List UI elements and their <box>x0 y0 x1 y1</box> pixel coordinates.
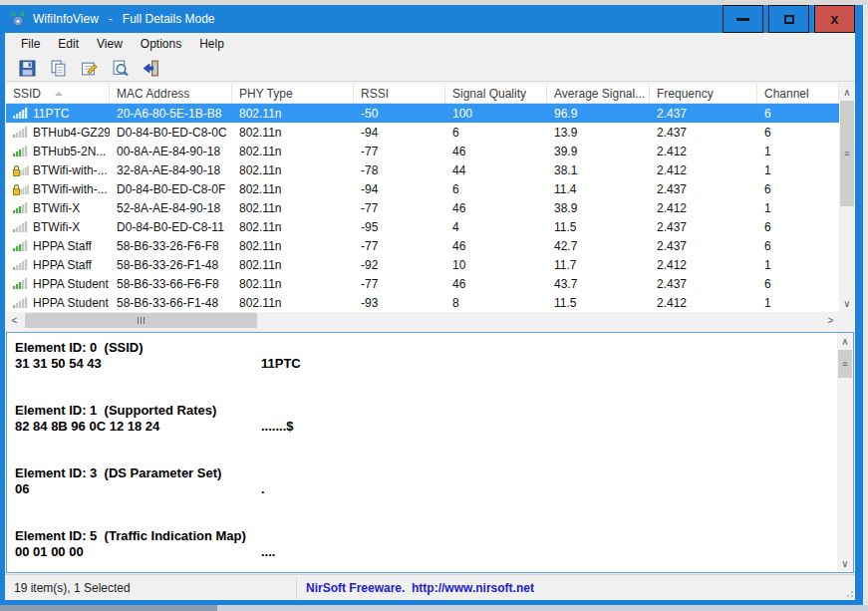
cell-mac-address: D0-84-B0-ED-C8-11 <box>110 217 232 236</box>
copy-button[interactable] <box>48 58 68 78</box>
cell-phy-type: 802.11n <box>232 217 354 236</box>
find-icon <box>112 60 129 77</box>
table-row[interactable]: HPPA Student58-B6-33-66-F6-F8802.11n-774… <box>6 274 839 293</box>
ssid-label: BTHub4-GZ29 <box>33 126 110 140</box>
table-row[interactable]: 11PTC20-A6-80-5E-1B-B8802.11n-5010096.92… <box>6 104 839 123</box>
vertical-scroll-thumb[interactable]: ≡ <box>840 101 854 206</box>
exit-icon <box>143 60 159 77</box>
column-header-rssi[interactable]: RSSI <box>354 84 445 104</box>
table-row[interactable]: BTWifi-XD0-84-B0-ED-C8-11802.11n-95411.5… <box>6 217 839 236</box>
cell-channel: 6 <box>757 123 839 142</box>
cell-frequency: 2.412 <box>650 142 757 160</box>
cell-mac-address: D0-84-B0-ED-C8-0C <box>110 123 232 142</box>
column-header-mac-address[interactable]: MAC Address <box>110 84 232 104</box>
cell-signal-quality: 4 <box>445 217 547 236</box>
details-scroll-up-icon[interactable]: ∧ <box>837 333 853 350</box>
cell-frequency: 2.412 <box>650 293 757 312</box>
cell-rssi: -95 <box>354 217 445 236</box>
cell-channel: 1 <box>757 198 839 217</box>
window-title: WifiInfoView - Full Details Mode <box>33 12 215 26</box>
details-scroll-thumb[interactable]: ≡ <box>838 350 852 378</box>
cell-rssi: -77 <box>354 236 445 255</box>
column-header-signal-quality[interactable]: Signal Quality <box>445 84 547 104</box>
cell-mac-address: 52-8A-AE-84-90-18 <box>110 198 232 217</box>
horizontal-scroll-thumb[interactable] <box>25 313 257 328</box>
table-row[interactable]: BTHub5-2N...00-8A-AE-84-90-18802.11n-774… <box>6 142 839 160</box>
signal-weak-icon <box>13 259 29 271</box>
column-header-phy-type[interactable]: PHY Type <box>232 84 354 104</box>
element-header: Element ID: 1 (Supported Rates) <box>15 403 837 419</box>
scroll-right-icon[interactable]: > <box>822 312 839 329</box>
hex-bytes: 00 01 00 00 <box>15 544 261 560</box>
cell-frequency: 2.437 <box>650 217 757 236</box>
cell-rssi: -94 <box>354 123 445 142</box>
cell-signal-quality: 46 <box>445 274 547 293</box>
cell-phy-type: 802.11n <box>232 293 354 312</box>
scroll-down-icon[interactable]: ∨ <box>839 295 855 312</box>
list-body: 11PTC20-A6-80-5E-1B-B8802.11n-5010096.92… <box>6 104 839 312</box>
minimize-button[interactable] <box>723 5 763 33</box>
table-row[interactable]: HPPA Staff58-B6-33-26-F6-F8802.11n-77464… <box>6 236 839 255</box>
details-vertical-scrollbar[interactable]: ∧ ≡ ∨ <box>837 333 853 572</box>
cell-frequency: 2.437 <box>650 104 757 123</box>
column-header-average-signal[interactable]: Average Signal... <box>547 84 650 104</box>
properties-button[interactable] <box>79 58 99 78</box>
cell-mac-address: 32-8A-AE-84-90-18 <box>110 160 232 179</box>
menu-edit[interactable]: Edit <box>49 34 88 54</box>
scrollbar-corner <box>839 312 855 329</box>
cell-ssid: BTHub5-2N... <box>6 142 110 160</box>
column-header-channel[interactable]: Channel <box>757 84 839 104</box>
cell-average-signal: 11.7 <box>547 255 650 274</box>
cell-signal-quality: 46 <box>445 236 547 255</box>
table-row[interactable]: BTWifi-X52-8A-AE-84-90-18802.11n-774638.… <box>6 198 839 217</box>
save-icon <box>19 60 36 77</box>
items-count-text: 19 item(s), 1 Selected <box>5 581 296 595</box>
cell-average-signal: 42.7 <box>547 236 650 255</box>
table-row[interactable]: HPPA Staff58-B6-33-26-F1-48802.11n-92101… <box>6 255 839 274</box>
cell-average-signal: 13.9 <box>547 123 650 142</box>
sort-ascending-icon <box>55 92 63 96</box>
information-element-block: Element ID: 5 (Traffic Indication Map)00… <box>15 528 837 560</box>
maximize-button[interactable] <box>768 5 809 33</box>
find-button[interactable] <box>110 58 130 78</box>
scroll-left-icon[interactable]: < <box>6 312 23 329</box>
cell-rssi: -77 <box>354 142 445 160</box>
status-bar: 19 item(s), 1 Selected NirSoft Freeware.… <box>5 574 855 600</box>
cell-phy-type: 802.11n <box>232 274 354 293</box>
menu-view[interactable]: View <box>88 34 132 54</box>
scroll-up-icon[interactable]: ∧ <box>839 84 855 101</box>
ascii-text: . <box>261 481 265 496</box>
menu-help[interactable]: Help <box>190 34 233 54</box>
cell-mac-address: 00-8A-AE-84-90-18 <box>110 142 232 160</box>
details-content: Element ID: 0 (SSID)31 31 50 54 4311PTCE… <box>7 333 837 572</box>
resize-grip-icon[interactable] <box>843 587 853 597</box>
list-vertical-scrollbar[interactable]: ∧ ≡ ∨ <box>839 84 855 312</box>
menu-file[interactable]: File <box>12 34 49 54</box>
menu-options[interactable]: Options <box>132 34 190 54</box>
details-scroll-down-icon[interactable]: ∨ <box>837 555 853 572</box>
table-row[interactable]: BTWifi-with-...32-8A-AE-84-90-18802.11n-… <box>6 160 839 179</box>
column-header-frequency[interactable]: Frequency <box>650 84 757 104</box>
save-button[interactable] <box>17 58 37 78</box>
close-button[interactable]: x <box>814 5 855 33</box>
cell-mac-address: 58-B6-33-66-F1-48 <box>110 293 232 312</box>
cell-phy-type: 802.11n <box>232 142 354 160</box>
cell-mac-address: 20-A6-80-5E-1B-B8 <box>110 104 232 123</box>
list-horizontal-scrollbar[interactable]: < > <box>6 312 839 329</box>
cell-channel: 6 <box>757 217 839 236</box>
titlebar[interactable]: WifiInfoView - Full Details Mode x <box>5 5 855 33</box>
element-hex-line: 31 31 50 54 4311PTC <box>15 356 837 372</box>
nirsoft-link[interactable]: NirSoft Freeware. http://www.nirsoft.net <box>297 581 534 595</box>
window-controls: x <box>718 5 855 33</box>
table-row[interactable]: HPPA Student58-B6-33-66-F1-48802.11n-938… <box>6 293 839 312</box>
exit-button[interactable] <box>141 58 160 78</box>
table-row[interactable]: BTHub4-GZ29D0-84-B0-ED-C8-0C802.11n-9461… <box>6 123 839 142</box>
cell-channel: 6 <box>757 274 839 293</box>
table-row[interactable]: BTWifi-with-...D0-84-B0-ED-C8-0F802.11n-… <box>6 179 839 198</box>
cell-average-signal: 38.1 <box>547 160 650 179</box>
cell-phy-type: 802.11n <box>232 236 354 255</box>
signal-mid-icon <box>13 278 29 290</box>
hex-bytes: 31 31 50 54 43 <box>15 356 261 372</box>
column-header-ssid[interactable]: SSID <box>6 84 110 104</box>
cell-phy-type: 802.11n <box>232 123 354 142</box>
